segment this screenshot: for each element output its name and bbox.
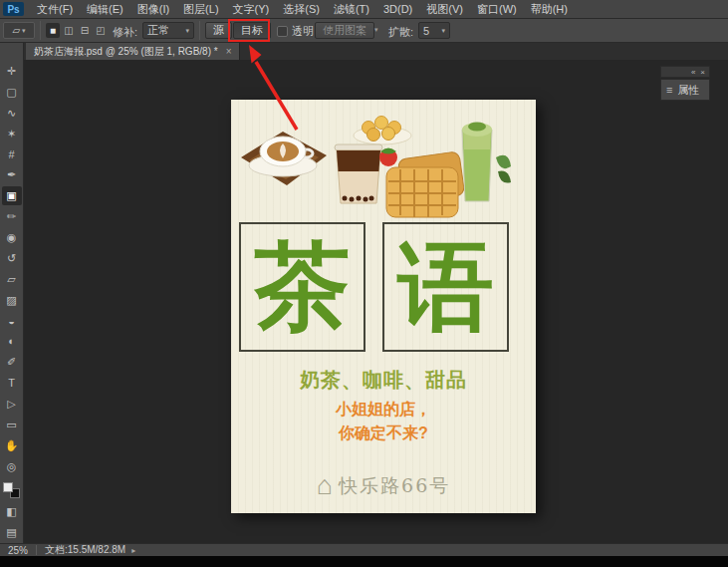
target-button[interactable]: 目标 — [233, 22, 271, 39]
selection-mode-group: ■ ◫ ⊟ ◰ — [46, 23, 108, 38]
photoshop-window: Ps 文件(F) 编辑(E) 图像(I) 图层(L) 文字(Y) 选择(S) 滤… — [0, 0, 728, 567]
cookie-plate — [354, 117, 411, 145]
poster-subtitle: 奶茶、咖啡、甜品 — [231, 367, 536, 394]
rectangular-marquee-tool-button[interactable]: ▢ — [2, 83, 22, 102]
document-size-info: 文档:15.5M/82.8M — [45, 543, 125, 557]
tool-preset-picker[interactable]: ▱ ▾ — [3, 22, 35, 39]
house-icon: ⌂ — [317, 472, 333, 499]
color-swatches[interactable] — [3, 482, 20, 499]
quick-mask-button[interactable]: ◧ — [2, 502, 22, 521]
new-selection-icon[interactable]: ■ — [46, 23, 60, 38]
patch-tool-button[interactable]: ▣ — [2, 186, 22, 205]
gradient-tool-button[interactable]: ▨ — [2, 291, 22, 310]
diffusion-value: 5 — [423, 25, 429, 37]
menu-image[interactable]: 图像(I) — [130, 2, 176, 17]
separator — [36, 545, 37, 555]
add-to-selection-icon[interactable]: ◫ — [62, 23, 76, 38]
poster-document[interactable]: 茶 语 奶茶、咖啡、甜品 小姐姐的店， 你确定不来? ⌂ 快乐路66号 — [231, 100, 536, 513]
crop-tool-button[interactable]: # — [2, 145, 22, 164]
clone-stamp-tool-button[interactable]: ◉ — [2, 228, 22, 247]
milk-tea-cup — [335, 144, 382, 203]
rectangle-tool-button[interactable]: ▭ — [2, 416, 22, 434]
intersect-selection-icon[interactable]: ◰ — [94, 23, 108, 38]
properties-panel-button[interactable]: ≡ 属性 — [660, 79, 710, 101]
waffle-with-strawberry — [379, 148, 465, 218]
menu-bar: Ps 文件(F) 编辑(E) 图像(I) 图层(L) 文字(Y) 选择(S) 滤… — [0, 0, 728, 19]
menu-help[interactable]: 帮助(H) — [524, 2, 575, 17]
poster-tagline-1: 小姐姐的店， — [231, 400, 536, 421]
panel-header: « × — [660, 66, 710, 78]
poster-frame-right: 语 — [382, 222, 509, 352]
bottom-strip — [0, 556, 728, 567]
panel-close-icon[interactable]: × — [700, 68, 705, 77]
poster-frame-left: 茶 — [239, 222, 365, 352]
screen-mode-button[interactable]: ▤ — [2, 523, 22, 542]
poster-tagline-2: 你确定不来? — [231, 424, 536, 444]
transparent-checkbox[interactable] — [277, 26, 288, 37]
path-selection-tool-button[interactable]: ▷ — [2, 395, 22, 414]
menu-layer[interactable]: 图层(L) — [176, 2, 225, 17]
properties-label: 属性 — [677, 83, 699, 98]
subtract-from-selection-icon[interactable]: ⊟ — [78, 23, 92, 38]
menu-filter[interactable]: 滤镜(T) — [327, 2, 376, 17]
poster-title-right: 语 — [398, 239, 494, 335]
diffusion-input[interactable]: 5 ▾ — [418, 22, 450, 39]
poster-address-text: 快乐路66号 — [339, 473, 450, 499]
quick-selection-tool-button[interactable]: ✶ — [2, 125, 22, 143]
properties-icon: ≡ — [666, 84, 672, 96]
menu-select[interactable]: 选择(S) — [276, 2, 327, 17]
menu-3d[interactable]: 3D(D) — [376, 3, 419, 15]
matcha-drink — [462, 123, 511, 202]
poster-food-illustration — [231, 106, 536, 223]
chevron-down-icon: ▾ — [185, 27, 189, 35]
status-bar: 25% 文档:15.5M/82.8M ▸ — [0, 543, 728, 556]
dodge-tool-button[interactable]: ◐ — [2, 332, 22, 351]
properties-panel-collapsed: « × ≡ 属性 — [660, 66, 710, 101]
transparent-label: 透明 — [292, 24, 314, 39]
document-tab-title: 奶茶店海报.psd @ 25% (图层 1, RGB/8) * — [34, 45, 218, 59]
poster-title-left: 茶 — [255, 239, 351, 335]
foreground-color-swatch[interactable] — [3, 482, 13, 492]
blur-tool-button[interactable]: ◒ — [2, 312, 22, 331]
menu-edit[interactable]: 编辑(E) — [80, 2, 130, 17]
menu-window[interactable]: 窗口(W) — [470, 2, 524, 17]
patch-tool-icon: ▱ — [12, 25, 20, 36]
transparent-checkbox-group[interactable]: 透明 — [277, 24, 314, 39]
document-tab-bar: 奶茶店海报.psd @ 25% (图层 1, RGB/8) * × — [24, 43, 728, 60]
menu-type[interactable]: 文字(Y) — [226, 2, 277, 17]
hand-tool-button[interactable]: ✋ — [2, 436, 22, 455]
collapse-arrows-icon[interactable]: « — [691, 68, 695, 77]
type-tool-button[interactable]: T — [2, 374, 22, 393]
canvas-area: 茶 语 奶茶、咖啡、甜品 小姐姐的店， 你确定不来? ⌂ 快乐路66号 — [24, 60, 728, 543]
document-tab[interactable]: 奶茶店海报.psd @ 25% (图层 1, RGB/8) * × — [26, 43, 240, 60]
tab-close-icon[interactable]: × — [226, 46, 232, 57]
use-pattern-button[interactable]: 使用图案 — [315, 22, 374, 39]
chevron-down-icon: ▾ — [441, 27, 445, 35]
zoom-level-field[interactable]: 25% — [8, 545, 28, 556]
menu-view[interactable]: 视图(V) — [419, 2, 470, 17]
pattern-dropdown-icon[interactable]: ▾ — [374, 26, 378, 34]
poster-address: ⌂ 快乐路66号 — [231, 472, 536, 499]
chevron-down-icon: ▾ — [22, 27, 26, 35]
lasso-tool-button[interactable]: ∿ — [2, 104, 22, 123]
status-menu-arrow-icon[interactable]: ▸ — [131, 546, 135, 555]
patch-mode-label: 修补: — [113, 25, 137, 40]
diffusion-label: 扩散: — [388, 25, 413, 40]
menu-file[interactable]: 文件(F) — [30, 2, 80, 17]
move-tool-button[interactable]: ✛ — [2, 62, 22, 81]
pen-tool-button[interactable]: ✐ — [2, 353, 22, 372]
tools-panel: ✛ ▢ ∿ ✶ # ✒ ▣ ✏ ◉ ↺ ▱ ▨ ◒ ◐ ✐ T ▷ ▭ ✋ ◎ … — [0, 43, 24, 543]
history-brush-tool-button[interactable]: ↺ — [2, 249, 22, 268]
patch-mode-value: 正常 — [147, 23, 169, 38]
source-button[interactable]: 源 — [205, 22, 232, 39]
patch-mode-dropdown[interactable]: 正常 ▾ — [142, 22, 194, 39]
separator — [40, 21, 41, 40]
zoom-tool-button[interactable]: ◎ — [2, 457, 22, 476]
brush-tool-button[interactable]: ✏ — [2, 207, 22, 226]
separator — [199, 21, 200, 40]
options-bar: ▱ ▾ ■ ◫ ⊟ ◰ 修补: 正常 ▾ 源 目标 透明 使用图案 ▾ 扩散: … — [0, 19, 728, 43]
photoshop-logo: Ps — [3, 2, 24, 16]
eyedropper-tool-button[interactable]: ✒ — [2, 165, 22, 184]
eraser-tool-button[interactable]: ▱ — [2, 270, 22, 289]
